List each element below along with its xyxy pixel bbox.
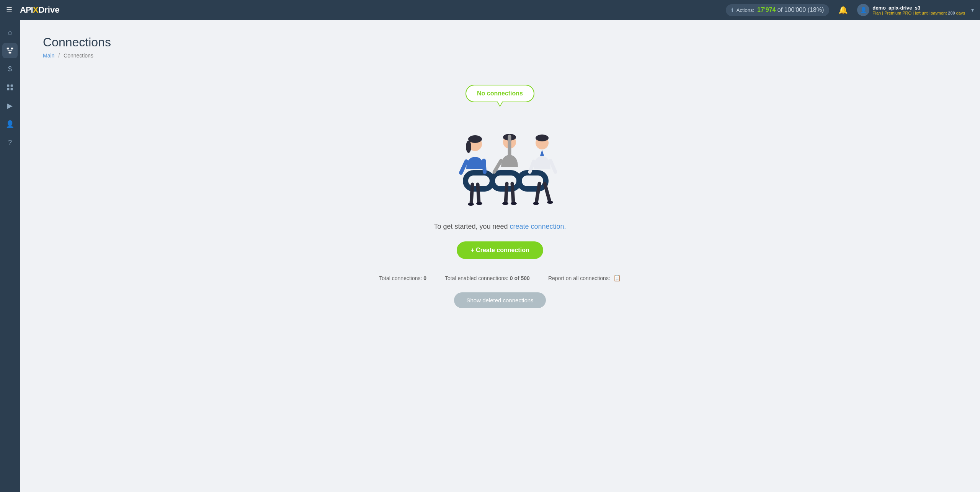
- svg-rect-5: [11, 85, 13, 87]
- stats-row: Total connections: 0 Total enabled conne…: [379, 274, 621, 282]
- sidebar-item-connections[interactable]: [2, 43, 18, 58]
- user-name: demo_apix-drive_s3: [872, 5, 965, 11]
- center-area: No connections: [43, 77, 957, 316]
- menu-icon[interactable]: ☰: [6, 6, 12, 14]
- info-icon: ℹ: [731, 7, 733, 14]
- show-deleted-connections-button[interactable]: Show deleted connections: [454, 292, 546, 308]
- sidebar-item-profile[interactable]: 👤: [2, 116, 18, 132]
- svg-point-22: [476, 202, 482, 205]
- actions-total: 100'000: [784, 7, 806, 13]
- svg-rect-7: [11, 88, 13, 90]
- breadcrumb-home[interactable]: Main: [43, 52, 54, 59]
- breadcrumb-current: Connections: [64, 52, 93, 59]
- actions-label: Actions:: [737, 7, 754, 13]
- tagline: To get started, you need create connecti…: [434, 223, 566, 231]
- tagline-link[interactable]: create connection.: [510, 223, 566, 230]
- breadcrumb: Main / Connections: [43, 52, 957, 59]
- svg-line-17: [461, 161, 466, 173]
- svg-line-19: [471, 184, 472, 203]
- svg-line-28: [512, 184, 513, 203]
- sidebar: ⌂ $ ▶ 👤 ?: [0, 20, 20, 492]
- user-plan: Plan | Premium PRO | left until payment …: [872, 11, 965, 15]
- svg-line-37: [545, 184, 550, 202]
- actions-percent: (18%): [808, 7, 824, 13]
- navbar: ☰ API X Drive ℹ Actions: 17'974 of 100'0…: [0, 0, 980, 20]
- svg-line-20: [478, 184, 479, 203]
- tagline-prefix: To get started, you need: [434, 223, 510, 230]
- avatar: 👤: [857, 4, 869, 16]
- svg-point-16: [466, 141, 471, 153]
- sidebar-item-home[interactable]: ⌂: [2, 25, 18, 40]
- report-label: Report on all connections: 📋: [548, 274, 621, 282]
- user-info: demo_apix-drive_s3 Plan | Premium PRO | …: [872, 5, 965, 15]
- svg-line-34: [550, 161, 555, 172]
- main-content: Connections Main / Connections No connec…: [20, 20, 980, 492]
- create-connection-button[interactable]: + Create connection: [457, 241, 543, 259]
- svg-point-38: [533, 202, 539, 205]
- svg-point-21: [468, 203, 474, 206]
- sidebar-item-billing[interactable]: $: [2, 61, 18, 77]
- cloud-bubble-label: No connections: [466, 85, 534, 102]
- svg-rect-6: [7, 88, 10, 90]
- actions-value: 17'974 of 100'000 (18%): [757, 7, 824, 13]
- actions-of: of: [777, 7, 784, 13]
- actions-badge: ℹ Actions: 17'974 of 100'000 (18%): [726, 4, 829, 16]
- svg-rect-0: [7, 48, 9, 49]
- notification-bell-icon[interactable]: 🔔: [838, 5, 848, 15]
- breadcrumb-separator: /: [58, 52, 60, 59]
- total-connections-label: Total connections: 0: [379, 275, 426, 281]
- svg-line-18: [484, 161, 485, 172]
- sidebar-item-services[interactable]: [2, 80, 18, 95]
- layout: ⌂ $ ▶ 👤 ? Connections Main / Connections…: [0, 20, 980, 492]
- svg-point-39: [547, 201, 553, 204]
- page-title: Connections: [43, 35, 957, 49]
- logo-drive: Drive: [38, 5, 59, 15]
- svg-rect-4: [7, 85, 10, 87]
- svg-point-15: [468, 135, 482, 143]
- svg-rect-1: [11, 48, 13, 49]
- actions-current: 17'974: [757, 7, 776, 13]
- logo: API X Drive: [20, 5, 59, 15]
- user-section[interactable]: 👤 demo_apix-drive_s3 Plan | Premium PRO …: [857, 4, 974, 16]
- svg-line-27: [506, 184, 507, 203]
- report-icon[interactable]: 📋: [613, 275, 621, 281]
- sidebar-item-video[interactable]: ▶: [2, 98, 18, 113]
- svg-point-29: [502, 202, 508, 205]
- svg-rect-2: [9, 52, 11, 53]
- logo-api: API: [20, 5, 33, 15]
- no-connections-bubble: No connections: [466, 85, 534, 105]
- logo-x: X: [33, 5, 39, 15]
- sidebar-item-help[interactable]: ?: [2, 135, 18, 150]
- svg-point-30: [511, 202, 517, 205]
- illustration: [435, 112, 565, 223]
- enabled-connections-label: Total enabled connections: 0 of 500: [445, 275, 530, 281]
- chevron-down-icon: ▾: [971, 7, 974, 13]
- svg-point-32: [536, 134, 549, 141]
